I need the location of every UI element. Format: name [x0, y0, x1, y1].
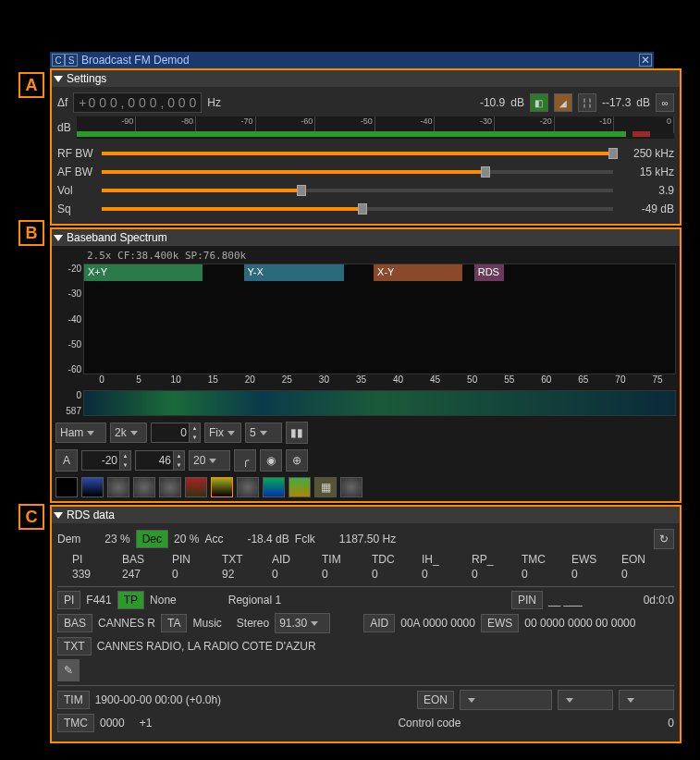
mono-icon[interactable]: ◢	[554, 93, 572, 112]
pal-grey2[interactable]	[133, 477, 155, 497]
pal-blue[interactable]	[81, 477, 104, 497]
afbw-slider[interactable]	[102, 170, 613, 174]
palette-combo[interactable]: Ham	[55, 423, 106, 443]
sq-label: Sq	[57, 202, 96, 215]
pty-value: None	[150, 594, 177, 607]
rds-count-val: 0	[472, 568, 512, 581]
channel-s-button[interactable]: S	[65, 54, 78, 67]
min-spin[interactable]: ▲▼	[81, 450, 131, 471]
dem-value: 23 %	[104, 533, 129, 545]
rds-count-cell: EWS0	[571, 553, 612, 581]
curve-icon[interactable]: ╭	[234, 449, 256, 472]
refresh-button[interactable]: ↻	[654, 529, 674, 549]
eon-combo2[interactable]	[558, 690, 613, 710]
pi-label: PI	[57, 591, 80, 609]
level2-unit: dB	[636, 96, 650, 109]
rds-count-cell: TMC0	[522, 553, 562, 581]
sq-slider[interactable]	[102, 207, 613, 211]
filter-icon[interactable]: ╎╎	[578, 93, 596, 112]
x-tick: 70	[602, 374, 639, 385]
y-tick: -20	[55, 264, 81, 274]
pal-black[interactable]	[55, 477, 78, 497]
acc-label: Acc	[204, 533, 223, 545]
rds-count-key: AID	[272, 553, 313, 566]
rds-count-val: 0	[272, 568, 313, 581]
rds-count-val: 0	[522, 568, 562, 581]
pal-last[interactable]	[340, 477, 362, 497]
grid-icon[interactable]: ▦	[314, 477, 337, 497]
rds-count-cell: PIN0	[172, 553, 213, 581]
rds-count-key: IH_	[422, 553, 462, 566]
settings-header[interactable]: Settings	[52, 70, 680, 87]
rds-title: RDS data	[67, 509, 115, 521]
af-combo[interactable]: 91.30	[275, 613, 330, 633]
x-tick: 45	[417, 374, 454, 385]
stereo-value: Stereo	[237, 617, 269, 630]
max-spin[interactable]: ▲▼	[135, 450, 185, 471]
x-tick: 55	[491, 374, 528, 385]
x-tick: 65	[565, 374, 602, 385]
spectrum-plot[interactable]: -20-30-40-50-60 X+Y Y-X X-Y RDS	[55, 264, 676, 374]
link-icon[interactable]: ∞	[656, 93, 674, 112]
ctrl-label: Control code	[398, 717, 461, 729]
baseband-header[interactable]: Baseband Spectrum	[52, 229, 680, 246]
eon-combo1[interactable]	[460, 690, 552, 710]
fft-combo[interactable]: 2k	[110, 423, 147, 443]
vol-slider[interactable]	[102, 189, 613, 192]
crosshair-icon[interactable]: ⊕	[286, 449, 308, 472]
section-label-b: B	[18, 220, 44, 246]
range-combo[interactable]: 20	[189, 450, 230, 471]
x-tick: 25	[268, 374, 305, 385]
bas-label: BAS	[57, 614, 92, 632]
stereo-icon[interactable]: ◧	[530, 93, 548, 112]
pal-red[interactable]	[185, 477, 207, 497]
pause-button[interactable]: ▮▮	[286, 422, 308, 444]
levels-spin[interactable]: ▲▼	[151, 423, 201, 443]
mode-combo[interactable]: Fix	[204, 423, 241, 443]
eon-combo3[interactable]	[619, 690, 674, 710]
broadcast-icon[interactable]: ◉	[260, 449, 282, 472]
x-tick: 60	[528, 374, 565, 385]
rds-count-key: TDC	[372, 553, 412, 566]
rds-count-key: PI	[72, 553, 113, 566]
rds-header[interactable]: RDS data	[52, 507, 680, 523]
rds-count-cell: TXT92	[222, 553, 263, 581]
close-icon[interactable]: ✕	[639, 54, 652, 67]
rds-count-val: 0	[422, 568, 462, 581]
rds-count-val: 0	[172, 568, 213, 581]
eon-label: EON	[417, 691, 454, 709]
tp-label: TP	[117, 591, 144, 609]
delta-f-label: Δf	[57, 96, 68, 109]
pal-grey4[interactable]	[237, 477, 259, 497]
avg-combo[interactable]: 5	[245, 423, 282, 443]
level1-value: -10.9	[480, 96, 505, 109]
pal-gb[interactable]	[263, 477, 285, 497]
rds-count-key: EWS	[571, 553, 612, 566]
pal-go[interactable]	[289, 477, 311, 497]
pal-grey3[interactable]	[159, 477, 181, 497]
pal-yellow[interactable]	[211, 477, 233, 497]
afbw-value: 15 kHz	[619, 165, 674, 178]
rds-count-key: TXT	[222, 553, 263, 566]
ews-value: 00 0000 0000 00 0000	[524, 617, 635, 630]
afbw-label: AF BW	[57, 165, 96, 178]
x-tick: 20	[231, 374, 268, 385]
rfbw-slider[interactable]	[102, 152, 613, 155]
pin-time: 0d:0:0	[644, 594, 674, 607]
rds-count-val: 247	[122, 568, 163, 581]
clear-text-button[interactable]: ✎	[57, 659, 80, 681]
db-meter: -90-80-70-60-50-40-30-20-100	[77, 116, 674, 139]
tim-label: TIM	[57, 691, 90, 709]
rds-count-key: RP_	[472, 553, 512, 566]
window-title: Broadcast FM Demod	[81, 54, 190, 67]
tmc-plus: +1	[140, 717, 153, 729]
pal-grey1[interactable]	[107, 477, 129, 497]
waterfall-display[interactable]	[83, 390, 676, 416]
acc-value: -18.4 dB	[247, 533, 289, 545]
tim-value: 1900-00-00 00:00 (+0.0h)	[95, 693, 221, 706]
vol-label: Vol	[57, 184, 96, 197]
a-button[interactable]: A	[55, 449, 78, 472]
frequency-input[interactable]: + 0 0 0 , 0 0 0 , 0 0 0	[73, 92, 202, 113]
channel-c-button[interactable]: C	[52, 54, 65, 67]
ta-label: TA	[161, 614, 187, 632]
